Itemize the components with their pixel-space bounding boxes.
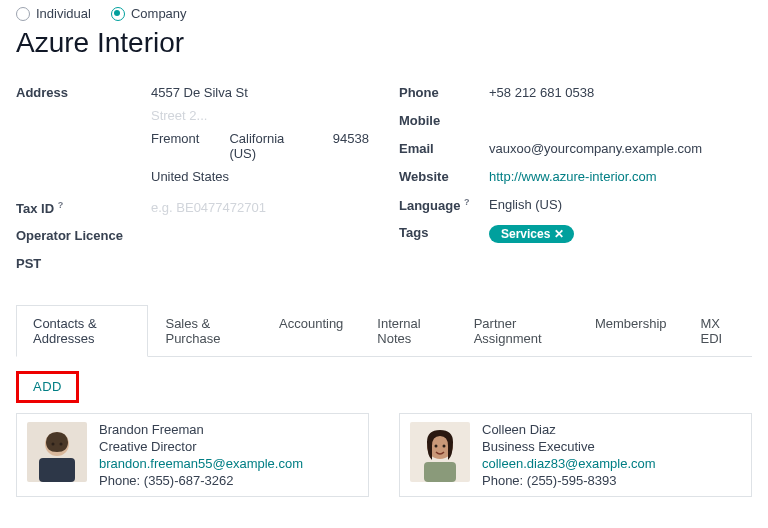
contact-phone: Phone: (255)-595-8393 [482,473,656,488]
label-address: Address [16,85,151,192]
label-tax-id: Tax ID ? [16,200,151,220]
contact-card[interactable]: Colleen Diaz Business Executive colleen.… [399,413,752,497]
tab-internal-notes[interactable]: Internal Notes [360,305,456,357]
close-icon[interactable]: ✕ [554,227,564,241]
tabs-bar: Contacts & Addresses Sales & Purchase Ac… [16,304,752,357]
contacts-list: Brandon Freeman Creative Director brando… [16,413,752,497]
contact-name: Colleen Diaz [482,422,656,437]
label-language: Language ? [399,197,489,217]
add-contact-button[interactable]: ADD [16,371,79,403]
address-city: Fremont [151,131,199,161]
website-link[interactable]: http://www.azure-interior.com [489,169,657,189]
address-zip: 94538 [333,131,369,161]
contact-email[interactable]: brandon.freeman55@example.com [99,456,303,471]
radio-company[interactable]: Company [111,6,187,21]
label-email: Email [399,141,489,161]
radio-company-label: Company [131,6,187,21]
radio-individual[interactable]: Individual [16,6,91,21]
contact-phone: Phone: (355)-687-3262 [99,473,303,488]
label-operator-licence: Operator Licence [16,228,151,248]
tag-label: Services [501,227,550,241]
help-icon[interactable]: ? [464,197,470,207]
address-block[interactable]: 4557 De Silva St Street 2... Fremont Cal… [151,85,369,192]
contact-card[interactable]: Brandon Freeman Creative Director brando… [16,413,369,497]
label-phone: Phone [399,85,489,105]
radio-circle-checked-icon [111,7,125,21]
contact-name: Brandon Freeman [99,422,303,437]
contact-title: Creative Director [99,439,303,454]
phone-input[interactable]: +58 212 681 0538 [489,85,594,105]
svg-rect-4 [39,458,75,482]
tags-input[interactable]: Services ✕ [489,225,574,245]
contact-email[interactable]: colleen.diaz83@example.com [482,456,656,471]
svg-rect-9 [424,462,456,482]
help-icon[interactable]: ? [58,200,64,210]
address-street2: Street 2... [151,108,369,123]
tab-mx-edi[interactable]: MX EDI [684,305,752,357]
address-state: California (US) [229,131,302,161]
left-column: Address 4557 De Silva St Street 2... Fre… [16,85,369,284]
label-website: Website [399,169,489,189]
label-tags: Tags [399,225,489,245]
avatar [27,422,87,482]
avatar [410,422,470,482]
radio-individual-label: Individual [36,6,91,21]
radio-circle-icon [16,7,30,21]
label-pst: PST [16,256,151,276]
svg-point-7 [435,445,438,448]
tab-contacts-addresses[interactable]: Contacts & Addresses [16,305,148,357]
address-street1: 4557 De Silva St [151,85,369,100]
tab-membership[interactable]: Membership [578,305,684,357]
svg-point-2 [52,443,55,446]
svg-point-8 [443,445,446,448]
email-input[interactable]: vauxoo@yourcompany.example.com [489,141,702,161]
svg-point-3 [60,443,63,446]
language-select[interactable]: English (US) [489,197,562,217]
company-type-radio-group: Individual Company [16,6,752,21]
tab-sales-purchase[interactable]: Sales & Purchase [148,305,262,357]
tab-accounting[interactable]: Accounting [262,305,360,357]
right-column: Phone +58 212 681 0538 Mobile Email vaux… [399,85,752,284]
tag-services[interactable]: Services ✕ [489,225,574,243]
contact-title: Business Executive [482,439,656,454]
tax-id-input[interactable]: e.g. BE0477472701 [151,200,266,220]
address-country: United States [151,169,369,184]
tab-partner-assignment[interactable]: Partner Assignment [457,305,578,357]
label-mobile: Mobile [399,113,489,133]
company-name[interactable]: Azure Interior [16,27,752,59]
